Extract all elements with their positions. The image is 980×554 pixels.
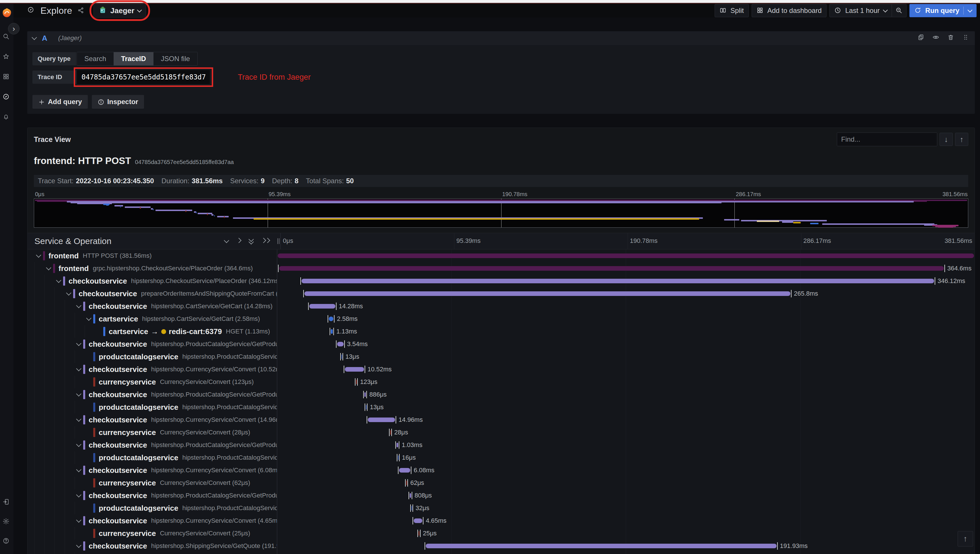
span-bar[interactable]: [368, 417, 395, 422]
span-collapse-chevron[interactable]: [75, 469, 83, 471]
span-bar[interactable]: [309, 304, 335, 309]
share-alt-icon[interactable]: [78, 7, 85, 14]
span-row[interactable]: checkoutservicehipstershop.ShippingServi…: [27, 540, 975, 552]
span-row[interactable]: productcatalogservicehipstershop.Product…: [27, 502, 975, 514]
drag-handle-icon[interactable]: [962, 34, 970, 43]
span-collapse-chevron[interactable]: [75, 393, 83, 396]
inspector-button[interactable]: Inspector: [92, 95, 144, 109]
span-name-cell[interactable]: frontendHTTP POST (381.56ms): [27, 250, 277, 262]
span-bar[interactable]: [419, 531, 419, 536]
split-button[interactable]: Split: [715, 4, 749, 17]
add-to-dashboard-button[interactable]: Add to dashboard: [752, 4, 827, 17]
span-name-cell[interactable]: currencyserviceCurrencyService/Convert (…: [27, 477, 277, 489]
collapse-all-icon[interactable]: [249, 239, 253, 244]
span-name-cell[interactable]: checkoutservicehipstershop.ProductCatalo…: [27, 388, 277, 401]
alerting-bell-icon[interactable]: [3, 113, 11, 122]
trace-id-input[interactable]: [76, 70, 210, 84]
sidebar-expand-button[interactable]: ›: [8, 23, 19, 34]
span-collapse-chevron[interactable]: [65, 293, 73, 295]
span-collapse-chevron[interactable]: [75, 444, 83, 446]
star-icon[interactable]: [3, 53, 11, 62]
span-name-cell[interactable]: checkoutservicehipstershop.ProductCatalo…: [27, 338, 277, 350]
span-collapse-chevron[interactable]: [75, 494, 83, 497]
span-collapse-chevron[interactable]: [75, 305, 83, 307]
span-bar[interactable]: [356, 380, 357, 384]
span-name-cell[interactable]: currencyserviceCurrencyService/Convert (…: [27, 376, 277, 388]
span-collapse-chevron[interactable]: [34, 255, 43, 257]
span-name-cell[interactable]: checkoutservicehipstershop.ProductCatalo…: [27, 439, 277, 451]
expand-all-icon[interactable]: [261, 240, 269, 242]
find-prev-button[interactable]: ↑: [955, 133, 968, 146]
span-bar[interactable]: [329, 317, 334, 321]
column-resize-handle[interactable]: [277, 238, 279, 244]
add-query-button[interactable]: Add query: [32, 95, 88, 109]
find-next-button[interactable]: ↓: [940, 133, 953, 146]
span-name-cell[interactable]: checkoutservicehipstershop.CurrencyServi…: [27, 464, 277, 477]
span-name-cell[interactable]: productcatalogservicehipstershop.Product…: [27, 451, 277, 464]
chevron-down-icon[interactable]: [224, 238, 229, 243]
collapse-query-icon[interactable]: [32, 35, 37, 40]
span-row[interactable]: checkoutservicehipstershop.ProductCatalo…: [27, 489, 975, 502]
span-row[interactable]: checkoutservicehipstershop.CurrencyServi…: [27, 363, 975, 376]
tab-json-file[interactable]: JSON file: [153, 52, 198, 65]
span-collapse-chevron[interactable]: [84, 318, 92, 320]
gear-icon[interactable]: [3, 518, 11, 527]
delete-query-trash-icon[interactable]: [947, 34, 955, 43]
help-icon[interactable]: [3, 537, 11, 546]
span-name-cell[interactable]: checkoutservicehipstershop.CartService/G…: [27, 300, 277, 312]
span-collapse-chevron[interactable]: [75, 520, 83, 522]
span-row[interactable]: checkoutservicehipstershop.ProductCatalo…: [27, 388, 975, 401]
span-row[interactable]: checkoutservicehipstershop.CartService/G…: [27, 300, 975, 312]
span-collapse-chevron[interactable]: [45, 267, 53, 269]
span-name-cell[interactable]: cartservice→redis-cart:6379HGET (1.13ms): [27, 325, 277, 338]
span-bar[interactable]: [399, 468, 410, 473]
span-name-cell[interactable]: checkoutservicehipstershop.ProductCatalo…: [27, 489, 277, 502]
span-name-cell[interactable]: cartservicehipstershop.CartService/GetCa…: [27, 312, 277, 325]
span-name-cell[interactable]: productcatalogservicehipstershop.Product…: [27, 350, 277, 363]
span-row[interactable]: checkoutservicehipstershop.ProductCatalo…: [27, 439, 975, 451]
span-bar[interactable]: [364, 392, 366, 397]
span-row[interactable]: checkoutservicehipstershop.ProductCatalo…: [27, 338, 975, 350]
span-bar[interactable]: [426, 544, 777, 548]
span-row[interactable]: checkoutservicehipstershop.CurrencyServi…: [27, 414, 975, 426]
span-name-cell[interactable]: productcatalogservicehipstershop.Product…: [27, 401, 277, 414]
span-bar[interactable]: [406, 481, 407, 485]
span-row[interactable]: frontendHTTP POST (381.56ms): [27, 250, 975, 262]
span-row[interactable]: checkoutservicehipstershop.CheckoutServi…: [27, 275, 975, 287]
span-bar[interactable]: [341, 354, 342, 359]
timeline-minimap[interactable]: 0μs95.39ms190.78ms286.17ms381.56ms: [34, 190, 968, 228]
dashboards-icon[interactable]: [3, 73, 11, 82]
span-name-cell[interactable]: productcatalogservicehipstershop.Product…: [27, 502, 277, 514]
span-row[interactable]: cartservice→redis-cart:6379HGET (1.13ms)…: [27, 325, 975, 338]
span-bar[interactable]: [398, 455, 399, 460]
span-collapse-chevron[interactable]: [75, 419, 83, 421]
span-bar[interactable]: [411, 506, 412, 510]
span-bar[interactable]: [397, 443, 398, 447]
span-name-cell[interactable]: checkoutservicehipstershop.CheckoutServi…: [27, 275, 277, 287]
span-bar[interactable]: [301, 279, 934, 283]
grafana-logo[interactable]: [2, 7, 12, 19]
span-name-cell[interactable]: shippingserviceget-quote (181.98ms): [27, 552, 277, 554]
span-row[interactable]: shippingserviceget-quote (181.98ms)181.9…: [27, 552, 975, 554]
span-name-cell[interactable]: checkoutservicehipstershop.CurrencyServi…: [27, 514, 277, 527]
span-name-cell[interactable]: checkoutservicehipstershop.ShippingServi…: [27, 540, 277, 552]
span-name-cell[interactable]: checkoutserviceprepareOrderItemsAndShipp…: [27, 287, 277, 300]
time-range-picker[interactable]: Last 1 hour: [829, 4, 892, 17]
span-name-cell[interactable]: currencyserviceCurrencyService/Convert (…: [27, 527, 277, 540]
span-row[interactable]: checkoutservicehipstershop.CurrencyServi…: [27, 514, 975, 527]
span-row[interactable]: currencyserviceCurrencyService/Convert (…: [27, 376, 975, 388]
span-row[interactable]: productcatalogservicehipstershop.Product…: [27, 350, 975, 363]
span-row[interactable]: currencyserviceCurrencyService/Convert (…: [27, 426, 975, 439]
span-bar[interactable]: [337, 342, 344, 346]
span-row[interactable]: checkoutserviceprepareOrderItemsAndShipp…: [27, 287, 975, 300]
tab-traceid[interactable]: TraceID: [114, 52, 153, 65]
span-name-cell[interactable]: frontendgrpc.hipstershop.CheckoutService…: [27, 262, 277, 275]
span-name-cell[interactable]: checkoutservicehipstershop.CurrencyServi…: [27, 363, 277, 376]
span-bar[interactable]: [366, 405, 367, 409]
chevron-right-icon[interactable]: [236, 238, 241, 243]
span-collapse-chevron[interactable]: [54, 280, 62, 282]
explore-compass-icon[interactable]: [3, 93, 11, 102]
span-row[interactable]: checkoutservicehipstershop.CurrencyServi…: [27, 464, 975, 477]
span-name-cell[interactable]: checkoutservicehipstershop.CurrencyServi…: [27, 414, 277, 426]
span-bar[interactable]: [278, 253, 974, 258]
